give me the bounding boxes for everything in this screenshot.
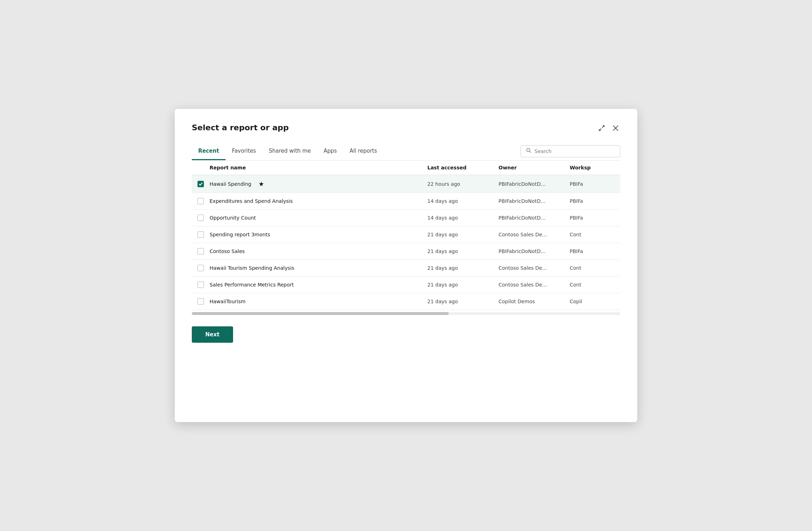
row-name: Hawaii Tourism Spending Analysis bbox=[210, 264, 425, 272]
row-checkbox[interactable] bbox=[192, 281, 210, 289]
report-name-text: Contoso Sales bbox=[210, 248, 245, 254]
row-checkbox[interactable] bbox=[192, 247, 210, 255]
dialog: Select a report or app bbox=[175, 109, 637, 422]
tab-favorites[interactable]: Favorites bbox=[226, 145, 263, 160]
table-row[interactable]: Expenditures and Spend Analysis 14 days … bbox=[192, 193, 620, 210]
row-name: Spending report 3monts bbox=[210, 231, 425, 238]
row-owner: Copilot Demos bbox=[496, 298, 567, 305]
row-last-accessed: 21 days ago bbox=[425, 298, 496, 305]
row-owner: Contoso Sales De… bbox=[496, 264, 567, 272]
row-last-accessed: 22 hours ago bbox=[425, 180, 496, 188]
dialog-title: Select a report or app bbox=[192, 123, 289, 132]
checkbox-empty-icon bbox=[197, 198, 204, 204]
row-owner: PBIFabricDoNotD… bbox=[496, 198, 567, 205]
search-input[interactable] bbox=[534, 148, 615, 154]
row-name: Hawaii Spending ★ bbox=[210, 179, 425, 188]
report-name-text: Opportunity Count bbox=[210, 215, 256, 221]
tabs: Recent Favorites Shared with me Apps All… bbox=[192, 145, 384, 160]
row-workspace: PBIFa bbox=[567, 214, 620, 221]
row-last-accessed: 21 days ago bbox=[425, 264, 496, 272]
horizontal-scrollbar[interactable] bbox=[192, 312, 620, 315]
row-owner: PBIFabricDoNotD… bbox=[496, 180, 567, 188]
report-name-text: Spending report 3monts bbox=[210, 232, 270, 237]
tab-shared-with-me[interactable]: Shared with me bbox=[262, 145, 317, 160]
tabs-search-row: Recent Favorites Shared with me Apps All… bbox=[192, 145, 620, 161]
row-last-accessed: 21 days ago bbox=[425, 281, 496, 288]
svg-point-4 bbox=[527, 148, 530, 152]
col-header-checkbox bbox=[192, 164, 210, 171]
checkbox-empty-icon bbox=[197, 231, 204, 238]
row-workspace: PBIFa bbox=[567, 180, 620, 188]
checkbox-checked-icon bbox=[197, 181, 204, 187]
table-row[interactable]: HawaiiTourism 21 days ago Copilot Demos … bbox=[192, 293, 620, 310]
dialog-footer: Next bbox=[192, 326, 620, 343]
svg-line-5 bbox=[530, 151, 531, 153]
row-name: Expenditures and Spend Analysis bbox=[210, 198, 425, 205]
report-name-text: Sales Performance Metrics Report bbox=[210, 282, 294, 288]
row-checkbox[interactable] bbox=[192, 197, 210, 205]
row-owner: Contoso Sales De… bbox=[496, 231, 567, 238]
dialog-header: Select a report or app bbox=[192, 123, 620, 135]
table-row[interactable]: Hawaii Tourism Spending Analysis 21 days… bbox=[192, 260, 620, 277]
checkbox-empty-icon bbox=[197, 265, 204, 271]
search-box bbox=[521, 145, 620, 157]
table-row[interactable]: Sales Performance Metrics Report 21 days… bbox=[192, 277, 620, 293]
table-row[interactable]: Hawaii Spending ★ 22 hours ago PBIFabric… bbox=[192, 175, 620, 193]
row-checkbox[interactable] bbox=[192, 214, 210, 222]
report-name-text: HawaiiTourism bbox=[210, 299, 246, 304]
row-owner: PBIFabricDoNotD… bbox=[496, 214, 567, 221]
row-name: Sales Performance Metrics Report bbox=[210, 281, 425, 288]
col-header-last-accessed: Last accessed bbox=[425, 164, 496, 171]
row-last-accessed: 21 days ago bbox=[425, 231, 496, 238]
checkbox-empty-icon bbox=[197, 248, 204, 254]
row-last-accessed: 14 days ago bbox=[425, 214, 496, 221]
col-header-owner: Owner bbox=[496, 164, 567, 171]
row-name: HawaiiTourism bbox=[210, 298, 425, 305]
col-header-report-name: Report name bbox=[210, 164, 425, 171]
row-last-accessed: 14 days ago bbox=[425, 198, 496, 205]
table-header: Report name Last accessed Owner Worksp bbox=[192, 161, 620, 175]
row-workspace: Cont bbox=[567, 264, 620, 272]
close-button[interactable] bbox=[611, 123, 620, 135]
expand-icon bbox=[598, 125, 605, 133]
row-workspace: PBIFa bbox=[567, 248, 620, 255]
table-row[interactable]: Spending report 3monts 21 days ago Conto… bbox=[192, 226, 620, 243]
col-header-workspace: Worksp bbox=[567, 164, 620, 171]
row-name: Opportunity Count bbox=[210, 214, 425, 221]
next-button[interactable]: Next bbox=[192, 326, 233, 343]
checkbox-empty-icon bbox=[197, 215, 204, 221]
row-checkbox[interactable] bbox=[192, 298, 210, 305]
report-name-text: Hawaii Spending bbox=[210, 181, 251, 187]
search-icon bbox=[526, 148, 532, 155]
row-workspace: Copil bbox=[567, 298, 620, 305]
reports-table: Report name Last accessed Owner Worksp H… bbox=[192, 161, 620, 315]
row-checkbox[interactable] bbox=[192, 180, 210, 188]
row-workspace: PBIFa bbox=[567, 198, 620, 205]
table-row[interactable]: Contoso Sales 21 days ago PBIFabricDoNot… bbox=[192, 243, 620, 260]
row-workspace: Cont bbox=[567, 281, 620, 288]
tab-apps[interactable]: Apps bbox=[317, 145, 343, 160]
table-row[interactable]: Opportunity Count 14 days ago PBIFabricD… bbox=[192, 210, 620, 226]
row-owner: PBIFabricDoNotD… bbox=[496, 248, 567, 255]
row-last-accessed: 21 days ago bbox=[425, 248, 496, 255]
star-icon: ★ bbox=[258, 180, 264, 188]
header-icons bbox=[597, 123, 620, 135]
checkbox-empty-icon bbox=[197, 298, 204, 305]
report-name-text: Hawaii Tourism Spending Analysis bbox=[210, 265, 294, 271]
close-icon bbox=[612, 125, 619, 133]
tab-all-reports[interactable]: All reports bbox=[343, 145, 384, 160]
expand-button[interactable] bbox=[597, 123, 607, 135]
row-checkbox[interactable] bbox=[192, 231, 210, 238]
tab-recent[interactable]: Recent bbox=[192, 145, 226, 160]
checkbox-empty-icon bbox=[197, 282, 204, 288]
row-owner: Contoso Sales De… bbox=[496, 281, 567, 288]
report-name-text: Expenditures and Spend Analysis bbox=[210, 198, 293, 204]
row-workspace: Cont bbox=[567, 231, 620, 238]
row-name: Contoso Sales bbox=[210, 248, 425, 255]
row-checkbox[interactable] bbox=[192, 264, 210, 272]
scrollbar-thumb[interactable] bbox=[192, 312, 449, 315]
